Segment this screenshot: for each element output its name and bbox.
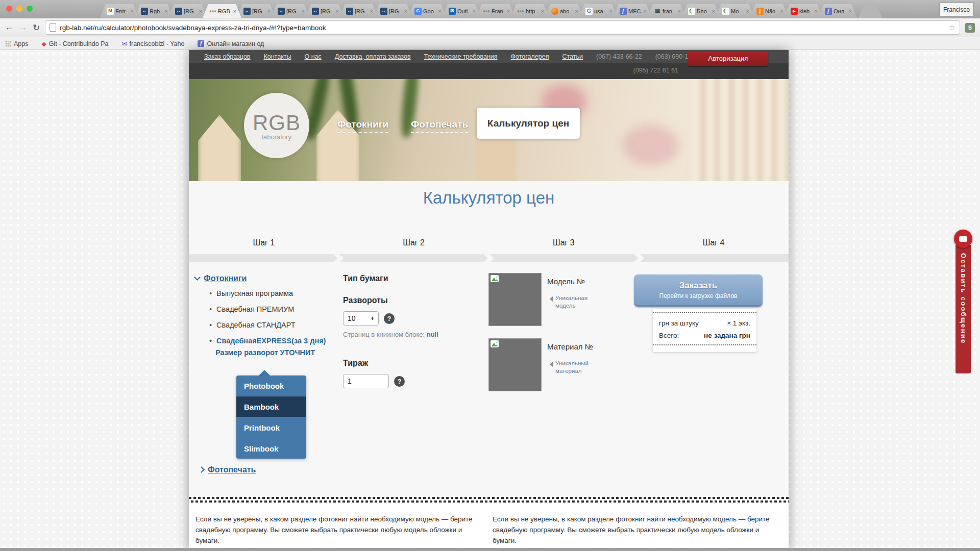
close-window-button[interactable] — [6, 6, 12, 12]
menu-link-photobooks[interactable]: Фотокниги — [337, 119, 388, 133]
nav-link[interactable]: Доставка, оплата заказов — [335, 53, 411, 60]
browser-tab[interactable]: |Não× — [750, 4, 789, 18]
browser-tab[interactable]: ••[RG× — [305, 4, 344, 18]
bookmark-item[interactable]: ƒОнлайн магазин од — [198, 40, 264, 47]
outlook-favicon: ✉ — [449, 8, 456, 15]
help-icon[interactable]: ? — [394, 376, 405, 387]
browser-tab-active[interactable]: RGB× — [203, 4, 241, 18]
bookmark-item[interactable]: ✉franciscobizi - Yaho — [121, 40, 184, 47]
spreads-select[interactable]: 10 ▲▼ — [343, 311, 379, 325]
photobook-list-item[interactable]: •Свадебная ПРЕМИУМ — [209, 305, 338, 313]
menu-link-photoprint[interactable]: Фотопечать — [411, 119, 468, 133]
stepper-arrows-icon[interactable]: ▲▼ — [371, 316, 374, 320]
extension-icon[interactable]: S — [965, 23, 975, 33]
nav-link[interactable]: Технические требования — [424, 53, 498, 60]
browser-tab[interactable]: ••[RG× — [168, 4, 207, 18]
quantity-heading: Тираж — [343, 359, 455, 368]
browser-tab[interactable]: ••Rgb× — [134, 4, 173, 18]
tab-close-icon[interactable]: × — [780, 8, 783, 14]
tab-close-icon[interactable]: × — [370, 8, 373, 14]
nav-link[interactable]: Контакты — [263, 53, 291, 60]
tab-close-icon[interactable]: × — [609, 8, 612, 14]
browser-tab[interactable]: ƒОнл× — [818, 4, 857, 18]
new-tab-button[interactable] — [859, 6, 882, 18]
menu-link-calculator-active[interactable]: Калькулятор цен — [477, 108, 580, 139]
tab-close-icon[interactable]: × — [712, 8, 715, 14]
tab-close-icon[interactable]: × — [199, 8, 202, 14]
reload-icon[interactable]: ↻ — [33, 22, 40, 33]
bookmark-item[interactable]: Apps — [5, 40, 29, 47]
browser-tab[interactable]: ▶kleb× — [784, 4, 823, 18]
tab-close-icon[interactable]: × — [746, 8, 749, 14]
category-photobooks-link[interactable]: Фотокниги — [204, 274, 247, 283]
browser-tab[interactable]: ☾Бло× — [681, 4, 720, 18]
leave-message-tab[interactable]: Оставить сообщение — [955, 245, 971, 373]
tab-close-icon[interactable]: × — [815, 8, 818, 14]
address-bar[interactable]: rgb-lab.net/ru/calculator/photobook/svad… — [45, 20, 960, 35]
browser-tab[interactable]: ƒMEC× — [613, 4, 652, 18]
chat-badge[interactable] — [954, 230, 972, 248]
booktype-option-printbook[interactable]: Printbook — [236, 417, 306, 438]
model-image-placeholder[interactable] — [488, 273, 542, 326]
chat-bubble-icon — [959, 236, 967, 242]
browser-tab[interactable]: ••[RG× — [374, 4, 412, 18]
tab-close-icon[interactable]: × — [473, 8, 476, 14]
feedback-widget[interactable]: Оставить сообщение — [954, 230, 972, 373]
tab-close-icon[interactable]: × — [575, 8, 578, 14]
bookmark-item[interactable]: ◆Git - Contribuindo Pa — [42, 40, 109, 47]
tab-close-icon[interactable]: × — [678, 8, 681, 14]
nav-link[interactable]: Фотогалерея — [511, 53, 549, 60]
tab-close-icon[interactable]: × — [165, 8, 168, 14]
tab-close-icon[interactable]: × — [541, 8, 544, 14]
booktype-option-bambook[interactable]: Bambook — [236, 396, 306, 417]
booktype-option-photobook[interactable]: Photobook — [236, 375, 306, 396]
site-logo[interactable]: RGB laboratory — [244, 93, 309, 158]
browser-tab[interactable]: ••[RG× — [271, 4, 310, 18]
photobook-list-item-selected[interactable]: •СвадебнаяEXPRESS(за 3 дня) — [209, 337, 338, 345]
back-icon[interactable]: ← — [5, 22, 14, 33]
tab-close-icon[interactable]: × — [302, 8, 305, 14]
material-image-placeholder[interactable] — [488, 338, 542, 391]
zoom-window-button[interactable] — [27, 6, 33, 12]
booktype-option-slimbook[interactable]: Slimbook — [236, 438, 306, 459]
browser-tab[interactable]: http× — [510, 4, 549, 18]
chevron-down-icon — [194, 274, 201, 281]
browser-tab[interactable]: ☾Мо× — [716, 4, 754, 18]
forward-icon[interactable]: → — [19, 22, 28, 33]
tab-close-icon[interactable]: × — [336, 8, 339, 14]
photobook-list-item[interactable]: •Свадебная СТАНДАРТ — [209, 321, 338, 329]
browser-tab[interactable]: Gusa× — [579, 4, 618, 18]
order-button[interactable]: Заказать Перейти к загрузке файлов — [634, 274, 763, 307]
tab-close-icon[interactable]: × — [438, 8, 442, 14]
authorization-button[interactable]: Авторизация — [688, 51, 768, 66]
nav-link[interactable]: Статьи — [562, 53, 583, 60]
tab-close-icon[interactable]: × — [507, 8, 510, 14]
tab-close-icon[interactable]: × — [233, 8, 236, 14]
bookmark-star-icon[interactable]: ☆ — [949, 23, 955, 32]
browser-tab[interactable]: Fran× — [476, 4, 515, 18]
tab-close-icon[interactable]: × — [644, 8, 647, 14]
browser-tab[interactable]: MEntr× — [100, 4, 139, 18]
nav-link[interactable]: О нас — [304, 53, 321, 60]
photobook-list-item[interactable]: •Выпускная программа — [209, 289, 338, 297]
model-note[interactable]: Уникальнаямодель — [547, 294, 587, 310]
browser-tab[interactable]: ✉Outl× — [442, 4, 481, 18]
browser-tab[interactable]: GGoo× — [408, 4, 447, 18]
tab-close-icon[interactable]: × — [131, 8, 134, 14]
profile-button[interactable]: Francisco — [939, 3, 974, 16]
category-photoprint-link[interactable]: Фотопечать — [208, 465, 256, 474]
tab-close-icon[interactable]: × — [849, 8, 852, 14]
browser-tab[interactable]: ••[RG× — [237, 4, 276, 18]
tab-close-icon[interactable]: × — [267, 8, 271, 14]
selected-item-line2[interactable]: Размер разворот УТОЧНИТ — [215, 348, 338, 357]
url-text[interactable]: rgb-lab.net/ru/calculator/photobook/svad… — [60, 24, 945, 32]
browser-tab[interactable]: ••[RG× — [339, 4, 378, 18]
browser-tab[interactable]: abo× — [545, 4, 583, 18]
help-icon[interactable]: ? — [384, 313, 395, 324]
tab-close-icon[interactable]: × — [404, 8, 407, 14]
material-note[interactable]: Уникальныйматериал — [547, 360, 589, 375]
browser-tab[interactable]: ✉fran× — [647, 4, 686, 18]
quantity-input[interactable]: 1 — [343, 374, 389, 388]
minimize-window-button[interactable] — [16, 6, 22, 12]
nav-link[interactable]: Заказ образцов — [204, 53, 250, 60]
